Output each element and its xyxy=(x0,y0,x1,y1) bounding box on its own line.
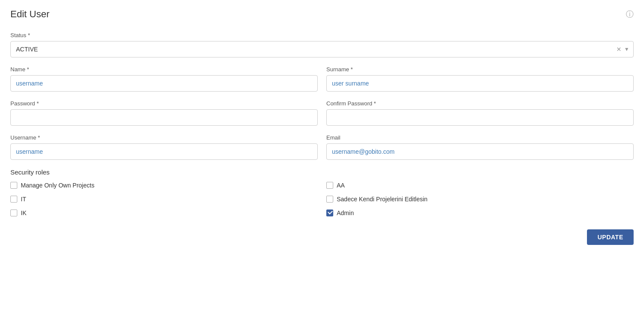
ik-label: IK xyxy=(21,209,26,216)
update-button[interactable]: UPDATE xyxy=(587,229,634,245)
list-item: Sadece Kendi Projelerini Editlesin xyxy=(326,196,634,203)
it-checkbox[interactable] xyxy=(10,196,17,203)
admin-label: Admin xyxy=(337,209,354,216)
sadece-kendi-label: Sadece Kendi Projelerini Editlesin xyxy=(337,196,427,203)
confirm-password-label: Confirm Password * xyxy=(326,100,634,107)
admin-checkbox[interactable] xyxy=(326,209,333,216)
right-roles-column: AA Sadece Kendi Projelerini Editlesin Ad… xyxy=(326,182,634,216)
security-roles-title: Security roles xyxy=(10,168,634,176)
surname-label: Surname * xyxy=(326,66,634,73)
aa-label: AA xyxy=(337,182,345,189)
list-item: AA xyxy=(326,182,634,189)
status-label: Status * xyxy=(10,32,634,38)
ik-checkbox[interactable] xyxy=(10,209,17,216)
surname-input[interactable] xyxy=(326,75,634,92)
sadece-kendi-checkbox[interactable] xyxy=(326,196,333,203)
help-icon[interactable]: ⓘ xyxy=(626,9,634,19)
password-input[interactable] xyxy=(10,109,318,126)
left-roles-column: Manage Only Own Projects IT IK xyxy=(10,182,318,216)
list-item: IK xyxy=(10,209,318,216)
manage-own-projects-checkbox[interactable] xyxy=(10,182,17,189)
name-input[interactable] xyxy=(10,75,318,92)
list-item: Admin xyxy=(326,209,634,216)
username-label: Username * xyxy=(10,134,318,141)
confirm-password-input[interactable] xyxy=(326,109,634,126)
list-item: IT xyxy=(10,196,318,203)
list-item: Manage Only Own Projects xyxy=(10,182,318,189)
name-label: Name * xyxy=(10,66,318,73)
it-label: IT xyxy=(21,196,26,203)
status-clear-icon[interactable]: ✕ xyxy=(616,46,622,53)
username-input[interactable] xyxy=(10,143,318,160)
password-label: Password * xyxy=(10,100,318,107)
status-select[interactable]: ACTIVE INACTIVE xyxy=(10,41,634,57)
email-label: Email xyxy=(326,134,634,141)
manage-own-projects-label: Manage Only Own Projects xyxy=(21,182,94,189)
email-input[interactable] xyxy=(326,143,634,160)
aa-checkbox[interactable] xyxy=(326,182,333,189)
page-title: Edit User xyxy=(10,9,49,20)
